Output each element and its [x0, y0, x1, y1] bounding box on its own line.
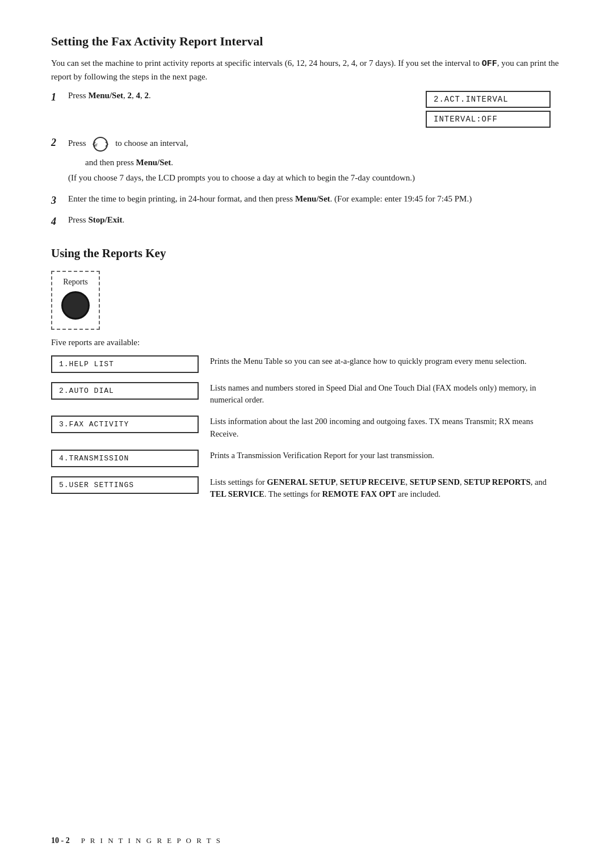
chapter-title: P R I N T I N G R E P O R T S — [81, 836, 222, 845]
step3: 3 Enter the time to begin printing, in 2… — [51, 194, 562, 209]
step3-content: Enter the time to begin printing, in 24-… — [68, 194, 562, 209]
step2-subtext: and then press Menu/Set. — [85, 158, 562, 167]
step2-number: 2 — [51, 137, 68, 149]
step1: 1 Press Menu/Set, 2, 4, 2. 2.ACT.INTERVA… — [51, 91, 562, 131]
report4-lcd: 4.TRANSMISSION — [51, 450, 199, 467]
step4-number: 4 — [51, 216, 68, 228]
step2: 2 Press or to choose an interval, and th… — [51, 136, 562, 188]
lcd-display-2: INTERVAL:OFF — [426, 111, 551, 128]
reports-table: 1.HELP LIST Prints the Menu Table so you… — [51, 355, 562, 510]
step4: 4 Press Stop/Exit. — [51, 215, 562, 230]
step1-number: 1 — [51, 91, 68, 103]
step2-content: Press or to choose an interval, and then… — [68, 136, 562, 188]
report4-desc: Prints a Transmission Verification Repor… — [199, 450, 562, 462]
report2-desc: Lists names and numbers stored in Speed … — [199, 382, 562, 407]
report2-lcd: 2.AUTO DIAL — [51, 382, 199, 400]
step4-content: Press Stop/Exit. — [68, 215, 562, 230]
page-footer: 10 - 2 P R I N T I N G R E P O R T S — [51, 836, 562, 845]
reports-key-visual: Reports — [51, 271, 562, 330]
step2-text: Press or to choose an interval, — [68, 136, 562, 152]
step3-text: Enter the time to begin printing, in 24-… — [68, 194, 562, 204]
step2-note: (If you choose 7 days, the LCD prompts y… — [68, 173, 562, 183]
step4-text: Press Stop/Exit. — [68, 215, 562, 225]
report3-desc: Lists information about the last 200 inc… — [199, 416, 562, 441]
section1-title: Setting the Fax Activity Report Interval — [51, 34, 562, 49]
step1-text: Press Menu/Set, 2, 4, 2. — [68, 91, 403, 100]
report1-desc: Prints the Menu Table so you can see at-… — [199, 355, 562, 368]
step1-lcd-panel: 2.ACT.INTERVAL INTERVAL:OFF — [426, 91, 562, 131]
report1-lcd: 1.HELP LIST — [51, 355, 199, 373]
lcd-display-1: 2.ACT.INTERVAL — [426, 91, 551, 108]
step1-content: Press Menu/Set, 2, 4, 2. 2.ACT.INTERVAL … — [68, 91, 562, 131]
section2-title: Using the Reports Key — [51, 246, 562, 261]
report5-desc: Lists settings for GENERAL SETUP, SETUP … — [199, 476, 562, 501]
five-reports-text: Five reports are available: — [51, 338, 562, 347]
arrow-keys-icon: or — [90, 136, 111, 152]
reports-key-label: Reports — [63, 278, 88, 287]
step3-number: 3 — [51, 195, 68, 207]
report3-lcd: 3.FAX ACTIVITY — [51, 416, 199, 433]
reports-dashed-box: Reports — [51, 271, 100, 330]
page-number: 10 - 2 — [51, 836, 70, 845]
report5-lcd: 5.USER SETTINGS — [51, 476, 199, 494]
intro-paragraph: You can set the machine to print activit… — [51, 57, 562, 84]
reports-button[interactable] — [61, 291, 90, 320]
